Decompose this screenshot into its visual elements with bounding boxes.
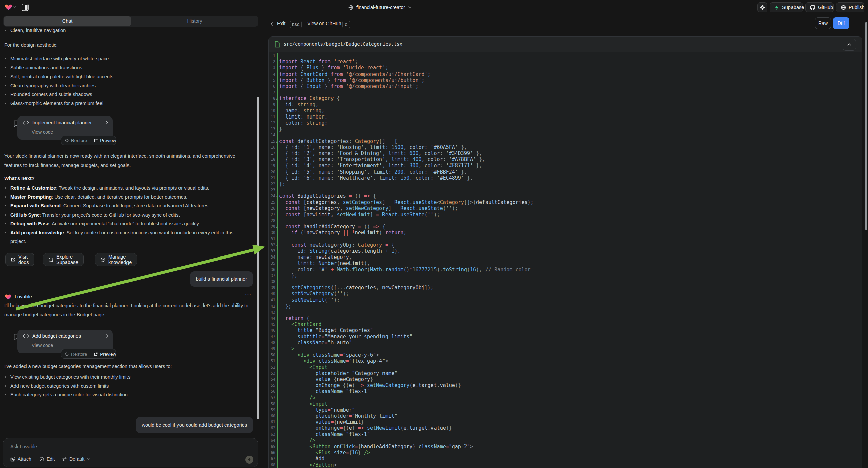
supabase-icon xyxy=(774,5,779,10)
preview-button[interactable]: Preview xyxy=(90,350,119,358)
logo-chevron-down-icon[interactable] xyxy=(13,6,17,8)
code-line: 19 { id: '4', name: 'Entertainment', lim… xyxy=(269,163,862,169)
view-on-github-link[interactable]: View on GitHub xyxy=(307,21,341,26)
project-selector[interactable]: financial-future-creator xyxy=(348,0,411,15)
manage-knowledge-button[interactable]: Manage knowledge xyxy=(95,253,137,266)
message-menu-ellipsis[interactable]: ··· xyxy=(245,291,251,297)
code-line: 65 <Button onClick={handleAddCategory} c… xyxy=(269,443,862,449)
code-line: 23 xyxy=(269,187,862,193)
chat-scrollbar[interactable] xyxy=(257,97,259,419)
line-number: 40 xyxy=(269,291,276,297)
line-number: 5 xyxy=(269,77,276,83)
restore-button[interactable]: Restore xyxy=(61,136,90,145)
version-card-title: Implement financial planner xyxy=(32,120,92,125)
restore-icon xyxy=(65,138,69,143)
code-line: 58 <Input xyxy=(269,401,862,407)
preview-button[interactable]: Preview xyxy=(90,136,119,145)
code-line: 41 setNewLimit(''); xyxy=(269,297,862,303)
code-line: 18 { id: '3', name: 'Transportation', li… xyxy=(269,156,862,163)
code-line: 31 xyxy=(269,236,862,242)
version-card-title: Add budget categories xyxy=(32,333,81,339)
list-item: Master Prompting: Use clear, detailed, a… xyxy=(0,193,242,202)
file-code-icon xyxy=(275,41,280,48)
view-code-link[interactable]: View code xyxy=(32,343,53,348)
sidebar-toggle-icon[interactable] xyxy=(22,3,29,11)
line-number: 34 xyxy=(269,254,276,260)
project-name: financial-future-creator xyxy=(356,5,405,10)
exit-button[interactable]: Exit xyxy=(277,21,285,26)
supabase-label: Supabase xyxy=(782,5,804,10)
send-button[interactable] xyxy=(245,456,253,464)
code-line: 66 <Plus size={16} /> xyxy=(269,449,862,456)
external-link-icon xyxy=(11,257,16,262)
line-number: 59 xyxy=(269,407,276,413)
code-line: 7 xyxy=(269,89,862,95)
line-number: 31 xyxy=(269,236,276,242)
code-editor[interactable]: 12import React from 'react';3import { Pl… xyxy=(269,52,862,468)
github-button[interactable]: GitHub xyxy=(805,2,834,12)
lovable-logo-icon[interactable] xyxy=(5,3,12,11)
tab-history[interactable]: History xyxy=(131,17,258,26)
attach-button[interactable]: Attach xyxy=(10,456,31,462)
line-number: 19 xyxy=(269,163,276,169)
code-line: 17 { id: '2', name: 'Food & Dining', lim… xyxy=(269,150,862,156)
tab-chat[interactable]: Chat xyxy=(4,17,131,26)
line-number: 14 xyxy=(269,132,276,138)
image-icon xyxy=(10,457,16,462)
line-number: 24 xyxy=(269,193,276,199)
page-scrollbar[interactable] xyxy=(865,22,867,230)
code-line: 12 color: string; xyxy=(269,120,862,126)
line-number: 60 xyxy=(269,413,276,419)
line-number: 18 xyxy=(269,156,276,163)
model-selector[interactable]: Default xyxy=(62,456,90,462)
chevron-right-icon xyxy=(106,334,108,338)
g-key-badge: G xyxy=(342,21,350,28)
restore-button[interactable]: Restore xyxy=(61,350,90,358)
file-header[interactable]: src/components/budget/BudgetCategories.t… xyxy=(269,37,862,52)
code-line: 63 className="flex-1" xyxy=(269,431,862,437)
code-line: 59 type="number" xyxy=(269,407,862,413)
list-item: Clean typography with clear hierarchies xyxy=(0,81,248,90)
code-line: 57 /> xyxy=(269,395,862,401)
visit-docs-button[interactable]: Visit docs xyxy=(5,253,34,266)
chat-composer[interactable]: Ask Lovable... Attach Edit Default xyxy=(3,438,258,467)
line-number: 23 xyxy=(269,187,276,193)
code-line: 1 xyxy=(269,53,862,59)
edit-button[interactable]: Edit xyxy=(39,456,55,462)
line-number: 53 xyxy=(269,370,276,376)
code-line: 28 xyxy=(269,217,862,224)
line-number: 47 xyxy=(269,334,276,340)
code-icon xyxy=(23,334,29,338)
line-number: 43 xyxy=(269,309,276,315)
code-line: 67 Add xyxy=(269,456,862,462)
code-line: 26 const [newCategory, setNewCategory] =… xyxy=(269,205,862,211)
code-line: 4import ChartCard from '@/components/ui/… xyxy=(269,71,862,77)
explore-supabase-button[interactable]: Explore Supabase xyxy=(43,253,84,266)
publish-button[interactable]: Publish xyxy=(836,2,864,12)
line-number: 6 xyxy=(269,83,276,89)
code-line: 47 subtitle="Manage your spending limits… xyxy=(269,334,862,340)
back-chevron-icon[interactable] xyxy=(271,22,273,26)
arrow-up-icon xyxy=(247,458,251,462)
line-number: 46 xyxy=(269,327,276,333)
list-item: Rounded corners and subtle shadows xyxy=(0,90,248,99)
code-view-panel: Exit ESC View on GitHub G Raw Diff src/c… xyxy=(262,15,868,468)
diff-toggle-button[interactable]: Diff xyxy=(833,18,849,29)
code-line: 36 color: '#' + Math.floor(Math.random()… xyxy=(269,267,862,273)
collapse-file-button[interactable] xyxy=(842,39,856,51)
list-item: Subtle animations and transitions xyxy=(0,63,248,72)
raw-toggle-button[interactable]: Raw xyxy=(815,18,831,29)
aesthetic-intro: For the design aesthetic: xyxy=(4,40,249,50)
chat-bubble-icon xyxy=(48,257,53,262)
code-line: 15∨const defaultCategories: Category[] =… xyxy=(269,138,862,144)
line-number: 11 xyxy=(269,114,276,120)
settings-button[interactable] xyxy=(757,2,767,12)
code-line: 53 placeholder="Category name" xyxy=(269,370,862,376)
added-bullet-list: View existing budget categories with the… xyxy=(0,373,242,400)
line-number: 35 xyxy=(269,260,276,266)
list-item: Add project knowledge: Set key context o… xyxy=(0,228,242,246)
supabase-button[interactable]: Supabase xyxy=(770,2,803,12)
view-code-link[interactable]: View code xyxy=(32,129,53,135)
line-number: 16 xyxy=(269,144,276,150)
line-number: 41 xyxy=(269,297,276,303)
